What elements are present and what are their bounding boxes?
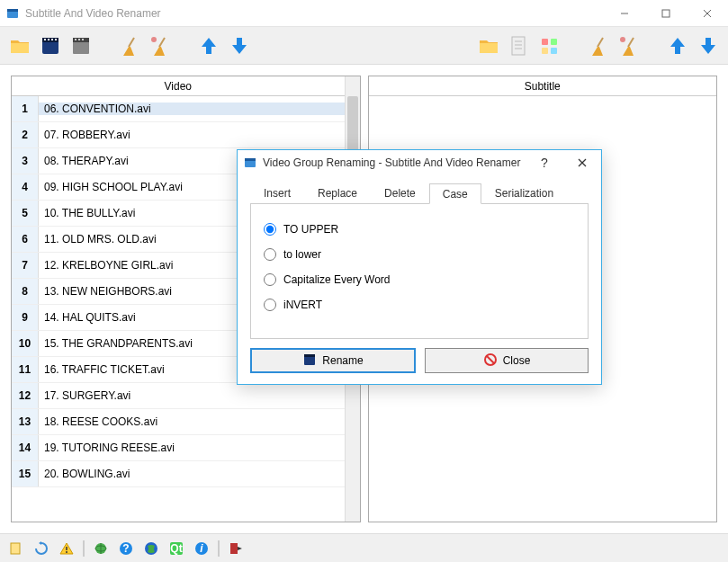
svg-point-20 bbox=[151, 37, 157, 42]
window-close-button[interactable] bbox=[687, 0, 728, 27]
svg-rect-26 bbox=[542, 39, 548, 45]
case-radio[interactable] bbox=[264, 248, 276, 261]
case-radio[interactable] bbox=[264, 299, 276, 311]
svg-rect-29 bbox=[551, 48, 557, 54]
subtitle-panel-header: Subtitle bbox=[369, 76, 717, 96]
tab-insert[interactable]: Insert bbox=[250, 183, 304, 203]
dialog-titlebar: Video Group Renaming - Subtitle And Vide… bbox=[238, 150, 601, 175]
row-number: 1 bbox=[12, 96, 39, 121]
row-number: 9 bbox=[12, 305, 39, 330]
sub-move-up-icon[interactable] bbox=[665, 33, 690, 58]
dialog-close-x-button[interactable] bbox=[563, 150, 601, 175]
tab-case[interactable]: Case bbox=[429, 183, 481, 204]
clapper-icon[interactable] bbox=[68, 33, 94, 58]
case-option-row: Capitalize Every Word bbox=[264, 267, 575, 292]
statusbar: ? Qt i bbox=[0, 533, 728, 562]
table-row[interactable]: 1318. REESE COOKS.avi bbox=[12, 409, 345, 435]
svg-rect-22 bbox=[512, 37, 525, 55]
dialog-body: InsertReplaceDeleteCaseSerialization TO … bbox=[238, 175, 601, 384]
svg-rect-27 bbox=[551, 39, 557, 45]
no-entry-icon bbox=[483, 352, 498, 370]
main-toolbar bbox=[0, 27, 728, 65]
row-filename: 18. REESE COOKS.avi bbox=[39, 415, 345, 428]
svg-rect-11 bbox=[51, 39, 53, 40]
row-filename: 17. SURGERY.avi bbox=[39, 389, 345, 402]
broom-sub-icon[interactable] bbox=[586, 33, 611, 58]
tab-replace[interactable]: Replace bbox=[304, 183, 371, 203]
dialog-title: Video Group Renaming - Subtitle And Vide… bbox=[263, 156, 520, 169]
row-number: 2 bbox=[12, 122, 39, 147]
svg-rect-9 bbox=[44, 39, 46, 40]
svg-rect-1 bbox=[7, 9, 18, 12]
maximize-button[interactable] bbox=[645, 0, 687, 27]
svg-line-30 bbox=[598, 38, 603, 47]
window-title: Subtitle And Video Renamer bbox=[25, 7, 161, 20]
sb-globe-icon[interactable] bbox=[92, 540, 110, 558]
tab-serialization[interactable]: Serialization bbox=[481, 183, 567, 203]
table-row[interactable]: 1419. TUTORING REESE.avi bbox=[12, 435, 345, 461]
sb-warning-icon[interactable] bbox=[58, 540, 76, 558]
svg-rect-15 bbox=[75, 39, 76, 40]
app-icon bbox=[5, 6, 20, 21]
sb-qt-icon[interactable]: Qt bbox=[167, 540, 185, 558]
tab-delete[interactable]: Delete bbox=[371, 183, 429, 203]
sb-note-icon[interactable] bbox=[7, 540, 25, 558]
row-number: 6 bbox=[12, 227, 39, 252]
sb-info-icon[interactable]: i bbox=[193, 540, 211, 558]
sb-help-icon[interactable]: ? bbox=[117, 540, 135, 558]
case-radio-label[interactable]: TO UPPER bbox=[283, 223, 338, 236]
svg-rect-6 bbox=[11, 43, 29, 53]
table-row[interactable]: 1217. SURGERY.avi bbox=[12, 383, 345, 409]
case-radio-label[interactable]: iNVERT bbox=[283, 299, 322, 311]
add-subtitle-folder-icon[interactable] bbox=[476, 33, 501, 58]
table-row[interactable]: 106. CONVENTION.avi bbox=[12, 96, 345, 122]
row-filename: 07. ROBBERY.avi bbox=[39, 129, 345, 141]
table-row[interactable]: 1520. BOWLING.avi bbox=[12, 461, 345, 487]
svg-rect-52 bbox=[304, 354, 315, 357]
row-number: 5 bbox=[12, 201, 39, 226]
add-video-file-icon[interactable] bbox=[38, 33, 63, 58]
case-radio[interactable] bbox=[264, 223, 276, 236]
broom-icon[interactable] bbox=[117, 33, 142, 58]
svg-text:?: ? bbox=[122, 542, 129, 555]
sb-world-icon[interactable] bbox=[142, 540, 160, 558]
row-number: 11 bbox=[12, 357, 39, 382]
rename-button[interactable]: Rename bbox=[250, 348, 416, 373]
case-tab-panel: TO UPPERto lowerCapitalize Every WordiNV… bbox=[250, 204, 589, 339]
table-row[interactable]: 207. ROBBERY.avi bbox=[12, 122, 345, 148]
broom-all-icon[interactable] bbox=[148, 33, 173, 58]
subtitle-list-icon[interactable] bbox=[537, 33, 562, 58]
add-subtitle-file-icon[interactable] bbox=[507, 33, 532, 58]
svg-rect-48 bbox=[245, 158, 256, 161]
svg-rect-51 bbox=[304, 356, 315, 365]
move-up-icon[interactable] bbox=[196, 33, 221, 58]
sb-refresh-icon[interactable] bbox=[32, 540, 50, 558]
svg-point-35 bbox=[66, 551, 67, 553]
case-radio[interactable] bbox=[264, 273, 276, 286]
row-filename: 20. BOWLING.avi bbox=[39, 468, 345, 480]
sub-move-down-icon[interactable] bbox=[696, 33, 721, 58]
broom-sub-all-icon[interactable] bbox=[616, 33, 642, 58]
row-number: 4 bbox=[12, 174, 39, 200]
case-radio-label[interactable]: Capitalize Every Word bbox=[283, 273, 391, 286]
minimize-button[interactable] bbox=[604, 0, 645, 27]
case-radio-label[interactable]: to lower bbox=[283, 248, 321, 261]
move-down-icon[interactable] bbox=[227, 33, 252, 58]
sb-exit-icon[interactable] bbox=[227, 540, 245, 558]
video-panel-header: Video bbox=[12, 76, 345, 96]
svg-rect-10 bbox=[48, 39, 49, 40]
svg-rect-46 bbox=[230, 543, 238, 554]
svg-line-31 bbox=[628, 38, 634, 47]
case-option-row: TO UPPER bbox=[264, 217, 575, 242]
close-button[interactable]: Close bbox=[425, 348, 589, 373]
row-filename: 19. TUTORING REESE.avi bbox=[39, 442, 345, 454]
svg-rect-17 bbox=[82, 39, 84, 40]
row-number: 10 bbox=[12, 331, 39, 356]
svg-rect-33 bbox=[11, 543, 20, 554]
svg-rect-28 bbox=[542, 48, 548, 54]
rename-button-label: Rename bbox=[322, 354, 363, 367]
close-button-label: Close bbox=[503, 354, 531, 367]
row-number: 13 bbox=[12, 409, 39, 434]
add-video-folder-icon[interactable] bbox=[7, 33, 32, 58]
dialog-help-button[interactable]: ? bbox=[526, 150, 563, 175]
